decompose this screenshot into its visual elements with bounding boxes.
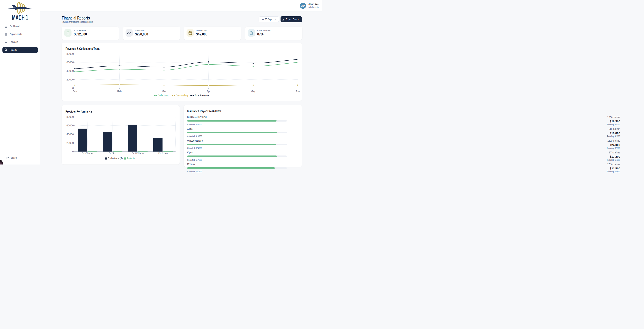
svg-text:80000: 80000: [66, 115, 74, 118]
svg-text:Jan: Jan: [73, 90, 77, 93]
svg-text:40000: 40000: [66, 133, 74, 136]
svg-text:20000: 20000: [66, 141, 74, 144]
svg-text:Total Revenue: Total Revenue: [194, 94, 209, 97]
svg-text:MACH 1: MACH 1: [12, 13, 28, 21]
svg-text:80000: 80000: [66, 52, 74, 55]
svg-text:May: May: [251, 90, 256, 93]
svg-text:Apr: Apr: [206, 90, 210, 93]
svg-text:Jun: Jun: [296, 90, 300, 93]
svg-text:40000: 40000: [66, 69, 74, 72]
svg-text:0: 0: [72, 87, 74, 90]
svg-text:20000: 20000: [66, 78, 74, 81]
svg-text:Collections: Collections: [158, 94, 169, 97]
svg-text:0: 0: [72, 150, 74, 153]
svg-text:60000: 60000: [66, 61, 74, 64]
svg-text:Feb: Feb: [117, 90, 122, 93]
svg-text:Outstanding: Outstanding: [176, 94, 188, 97]
svg-text:Collections ($): Collections ($): [108, 157, 123, 160]
svg-text:60000: 60000: [66, 124, 74, 127]
svg-text:Dr. Williams: Dr. Williams: [132, 152, 144, 155]
svg-text:Dr. Fox: Dr. Fox: [109, 152, 116, 155]
svg-text:Dr. Cooper: Dr. Cooper: [82, 152, 93, 155]
svg-text:Patients: Patients: [127, 157, 135, 160]
svg-text:Dr. Chen: Dr. Chen: [158, 152, 168, 155]
svg-text:Mar: Mar: [162, 90, 166, 93]
